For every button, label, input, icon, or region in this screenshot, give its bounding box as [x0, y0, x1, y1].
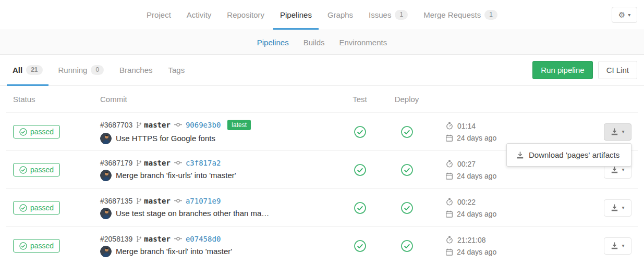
- test-status-cell[interactable]: [336, 126, 383, 138]
- test-passed-icon: [354, 164, 366, 176]
- time-cell: 01:14 24 days ago: [430, 122, 542, 142]
- artifacts-dropdown-button[interactable]: ▾: [604, 237, 631, 255]
- commit-icon: [174, 160, 182, 165]
- table-header-row: Status Commit Test Deploy: [6, 86, 638, 112]
- actions-cell: ▾ Download 'pages' artifacts: [542, 113, 638, 150]
- branch-icon: [136, 235, 142, 243]
- commit-cell: #3687703 master 9069e3b0 latest Use HTTP…: [100, 120, 336, 144]
- nav-item-label: Graphs: [327, 10, 353, 19]
- commit-message-link[interactable]: Use HTTPS for Google fonts: [116, 134, 215, 143]
- download-artifacts-menu-item[interactable]: Download 'pages' artifacts: [507, 148, 631, 161]
- branch-link[interactable]: master: [144, 235, 171, 243]
- nav-item-pipelines[interactable]: Pipelines: [272, 0, 320, 30]
- nav-item-label: Activity: [187, 10, 212, 19]
- filter-tab-all[interactable]: All 21: [7, 55, 48, 85]
- duration-label: 01:14: [457, 122, 476, 130]
- status-badge[interactable]: passed: [13, 201, 60, 214]
- commit-message-link[interactable]: Use test stage on branches other than ma…: [116, 209, 269, 218]
- status-label: passed: [30, 242, 54, 250]
- project-settings-button[interactable]: ⚙ ▾: [612, 7, 637, 23]
- deploy-passed-icon: [401, 240, 413, 252]
- artifacts-dropdown-button[interactable]: ▾: [604, 199, 631, 217]
- pipeline-id-link[interactable]: #3687179: [100, 159, 132, 167]
- pipelines-filter-bar: All 21 Running 0 Branches Tags Run pipel…: [0, 55, 644, 86]
- chevron-down-icon: ▾: [622, 205, 624, 210]
- stopwatch-icon: [446, 122, 453, 130]
- stopwatch-icon: [446, 236, 453, 244]
- branch-link[interactable]: master: [144, 121, 171, 129]
- deploy-passed-icon: [401, 202, 413, 214]
- pipeline-id-link[interactable]: #3687703: [100, 121, 132, 129]
- test-status-cell[interactable]: [336, 240, 383, 252]
- avatar: [100, 170, 112, 181]
- commit-icon: [174, 236, 182, 241]
- deploy-status-cell[interactable]: [383, 126, 430, 138]
- nav-item-merge-requests[interactable]: Merge Requests1: [416, 0, 505, 30]
- branch-icon: [136, 197, 142, 205]
- download-icon: [516, 152, 524, 159]
- avatar: [100, 133, 112, 144]
- commit-message-link[interactable]: Merge branch 'fix-urls' into 'master': [116, 171, 236, 180]
- avatar: [100, 208, 112, 219]
- deploy-status-cell[interactable]: [383, 240, 430, 252]
- pipelines-filter-tabs: All 21 Running 0 Branches Tags: [7, 55, 195, 85]
- artifacts-dropdown-button[interactable]: ▾: [604, 123, 631, 141]
- branch-link[interactable]: master: [144, 197, 171, 205]
- issues-count-badge: 1: [395, 10, 408, 19]
- age-label: 24 days ago: [457, 248, 496, 256]
- filter-tab-branches[interactable]: Branches: [114, 55, 158, 85]
- pipeline-id-link[interactable]: #3687135: [100, 197, 132, 205]
- commit-icon: [174, 198, 182, 203]
- test-passed-icon: [354, 126, 366, 138]
- calendar-icon: [446, 210, 453, 218]
- ci-lint-button[interactable]: CI Lint: [598, 61, 637, 79]
- status-badge[interactable]: passed: [13, 163, 60, 176]
- duration-label: 00:22: [457, 198, 476, 206]
- nav-item-activity[interactable]: Activity: [179, 0, 220, 30]
- calendar-icon: [446, 248, 453, 256]
- calendar-icon: [446, 134, 453, 142]
- nav-item-repository[interactable]: Repository: [219, 0, 272, 30]
- branch-icon: [136, 159, 142, 167]
- project-nav-list: Project Activity Repository Pipelines Gr…: [0, 0, 644, 30]
- duration-label: 21:21:08: [457, 236, 486, 244]
- filter-tab-label: Branches: [119, 66, 152, 74]
- chevron-down-icon: ▾: [622, 167, 624, 172]
- subnav-item-pipelines[interactable]: Pipelines: [250, 38, 296, 47]
- nav-item-project[interactable]: Project: [139, 0, 179, 30]
- filter-tab-label: All: [13, 66, 22, 74]
- commit-sha-link[interactable]: c3f817a2: [186, 159, 221, 167]
- pipeline-id-link[interactable]: #2058139: [100, 235, 132, 243]
- filter-tab-tags[interactable]: Tags: [162, 55, 190, 85]
- filter-tab-label: Running: [58, 66, 88, 74]
- commit-sha-link[interactable]: a71071e9: [186, 197, 221, 205]
- nav-item-issues[interactable]: Issues1: [361, 0, 416, 30]
- status-label: passed: [30, 166, 54, 174]
- deploy-status-cell[interactable]: [383, 202, 430, 214]
- header-test: Test: [336, 95, 383, 104]
- pipelines-table: Status Commit Test Deploy passed #368770…: [6, 86, 638, 264]
- run-pipeline-button[interactable]: Run pipeline: [532, 61, 592, 79]
- time-cell: 21:21:08 24 days ago: [430, 236, 542, 256]
- branch-link[interactable]: master: [144, 159, 171, 167]
- download-icon: [611, 128, 618, 135]
- commit-sha-link[interactable]: e07458d0: [186, 235, 221, 243]
- commit-sha-link[interactable]: 9069e3b0: [186, 121, 221, 129]
- test-status-cell[interactable]: [336, 202, 383, 214]
- age-label: 24 days ago: [457, 134, 496, 142]
- duration-label: 00:27: [457, 160, 476, 168]
- download-icon: [611, 166, 618, 173]
- status-label: passed: [30, 204, 54, 212]
- nav-item-graphs[interactable]: Graphs: [320, 0, 361, 30]
- subnav-item-builds[interactable]: Builds: [296, 38, 332, 47]
- deploy-status-cell[interactable]: [383, 164, 430, 176]
- actions-cell: ▾: [542, 227, 638, 264]
- status-badge[interactable]: passed: [13, 239, 60, 253]
- subnav-item-environments[interactable]: Environments: [332, 38, 395, 47]
- commit-message-link[interactable]: Merge branch 'fix-url' into 'master': [116, 247, 232, 256]
- status-badge[interactable]: passed: [13, 125, 60, 138]
- download-icon: [611, 242, 618, 249]
- test-status-cell[interactable]: [336, 164, 383, 176]
- check-circle-icon: [19, 166, 27, 174]
- filter-tab-running[interactable]: Running 0: [53, 55, 110, 85]
